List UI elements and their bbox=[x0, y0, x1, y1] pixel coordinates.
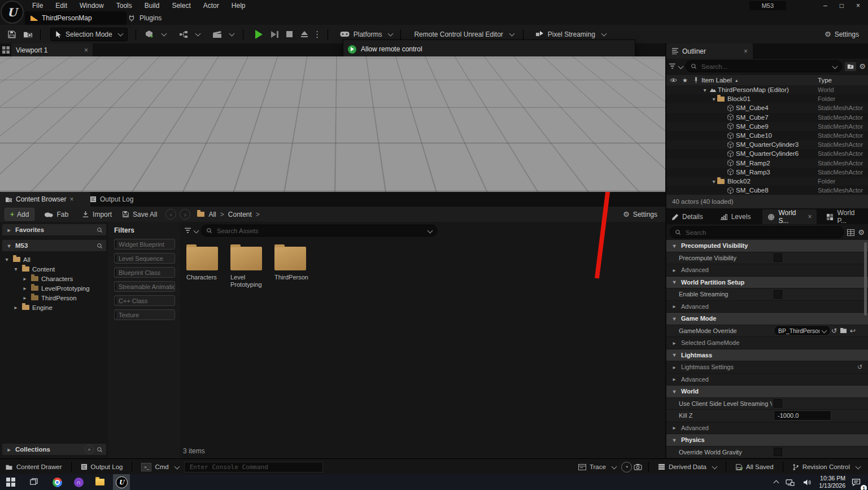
action-center-icon[interactable]: 1 bbox=[848, 474, 865, 490]
close-icon[interactable]: × bbox=[744, 47, 748, 55]
cinematics-icon[interactable] bbox=[208, 30, 227, 38]
task-view-button[interactable] bbox=[25, 474, 42, 490]
network-icon[interactable] bbox=[782, 474, 799, 490]
world-settings-search-input[interactable] bbox=[684, 229, 839, 237]
reset-icon[interactable]: ↩ bbox=[850, 327, 856, 335]
property-row[interactable]: Override World Gravity bbox=[666, 447, 868, 459]
tab-plugins[interactable]: Plugins bbox=[128, 11, 162, 25]
maximize-button[interactable]: □ bbox=[834, 0, 850, 11]
insights-icon[interactable]: ◔ bbox=[621, 462, 632, 473]
tab-levels[interactable]: Levels bbox=[715, 209, 756, 224]
filter-widget-blueprint[interactable]: Widget Blueprint bbox=[114, 239, 175, 250]
start-button[interactable] bbox=[2, 474, 19, 490]
chevron-down-icon[interactable] bbox=[428, 228, 433, 234]
close-icon[interactable]: × bbox=[808, 213, 812, 221]
filter-icon[interactable] bbox=[184, 228, 191, 234]
asset-folder-thirdperson[interactable]: ThirdPerson bbox=[274, 247, 311, 281]
static-mesh-platform[interactable] bbox=[472, 126, 566, 175]
allow-remote-control-item[interactable]: Allow remote control bbox=[348, 42, 635, 56]
file-explorer-icon[interactable] bbox=[91, 474, 108, 490]
chevron-down-icon[interactable] bbox=[229, 31, 234, 37]
outliner-row[interactable]: SM_Cube9 StaticMeshActor bbox=[666, 122, 868, 131]
caret-right-icon[interactable]: ▸ bbox=[6, 227, 12, 233]
collections-header[interactable]: ▸ Collections + bbox=[2, 444, 106, 455]
screenshot-icon[interactable] bbox=[632, 463, 644, 470]
platforms-dropdown[interactable]: Platforms bbox=[340, 30, 393, 38]
checkbox-unchecked[interactable] bbox=[774, 253, 782, 262]
tab-outliner[interactable]: Outliner × bbox=[666, 43, 753, 59]
static-mesh-block[interactable] bbox=[142, 71, 182, 84]
caret-right-icon[interactable]: ▸ bbox=[671, 376, 678, 382]
asset-folder-characters[interactable]: Characters bbox=[186, 247, 223, 281]
outliner-search[interactable] bbox=[686, 60, 842, 72]
save-icon[interactable] bbox=[5, 30, 19, 39]
caret-right-icon[interactable]: ▸ bbox=[671, 364, 678, 370]
category-row[interactable]: ▾Game Mode bbox=[666, 313, 868, 325]
output-log-button[interactable]: Output Log bbox=[76, 463, 128, 470]
outliner-search-input[interactable] bbox=[700, 63, 830, 71]
tree-item-engine[interactable]: ▸Engine bbox=[0, 303, 108, 312]
collapsed-row[interactable]: ▸Lightmass Settings↺ bbox=[666, 361, 868, 374]
all-saved-button[interactable]: All Saved bbox=[730, 463, 779, 471]
content-drawer-icon[interactable] bbox=[19, 30, 36, 38]
stream-url-field[interactable]: https://remoteue.eagle3dstreaming.com/re… bbox=[348, 72, 608, 85]
maximize-viewport-icon[interactable] bbox=[647, 59, 661, 73]
tab-details[interactable]: Details bbox=[666, 209, 708, 224]
tab-content-browser[interactable]: Content Browser × bbox=[0, 192, 90, 207]
advanced-row[interactable]: ▸Advanced bbox=[666, 264, 868, 277]
menu-actor[interactable]: Actor bbox=[197, 0, 225, 11]
content-drawer-button[interactable]: Content Drawer bbox=[0, 463, 67, 470]
tree-item-all[interactable]: ▾All bbox=[0, 255, 108, 264]
use-selected-icon[interactable]: ↺ bbox=[831, 327, 837, 335]
stop-button[interactable] bbox=[282, 31, 297, 37]
caret-down-icon[interactable]: ▾ bbox=[701, 87, 708, 93]
caret-down-icon[interactable]: ▾ bbox=[710, 178, 717, 185]
trace-dropdown[interactable]: Trace bbox=[573, 463, 621, 470]
search-icon[interactable] bbox=[97, 227, 103, 233]
property-row[interactable]: Enable Streaming bbox=[666, 288, 868, 301]
menu-help[interactable]: Help bbox=[225, 0, 252, 11]
caret-right-icon[interactable]: ▸ bbox=[671, 303, 678, 309]
collapsed-row[interactable]: ▸Selected GameMode bbox=[666, 337, 868, 349]
chevron-down-icon[interactable] bbox=[195, 31, 200, 37]
add-actor-icon[interactable]: + bbox=[140, 30, 159, 39]
tree-item-levelprototyping[interactable]: ▸LevelPrototyping bbox=[0, 283, 108, 293]
layout-icon[interactable] bbox=[2, 46, 10, 54]
property-row[interactable]: Use Client Side Level Streaming Vol... bbox=[666, 398, 868, 410]
property-row[interactable]: Precompute Visibility bbox=[666, 252, 868, 265]
caret-down-icon[interactable]: ▾ bbox=[3, 256, 10, 262]
close-icon[interactable]: × bbox=[84, 46, 88, 54]
filter-level-sequence[interactable]: Level Sequence bbox=[114, 253, 175, 264]
caret-right-icon[interactable]: ▸ bbox=[6, 447, 12, 453]
tree-item-thirdperson[interactable]: ▸ThirdPerson bbox=[0, 293, 108, 303]
caret-down-icon[interactable]: ▾ bbox=[12, 266, 19, 272]
outliner-column-header[interactable]: ★ Item Label ▲ Type bbox=[666, 75, 868, 86]
search-icon[interactable] bbox=[97, 243, 103, 249]
import-button[interactable]: Import bbox=[77, 211, 117, 218]
outliner-row[interactable]: SM_Cube10 StaticMeshActor bbox=[666, 131, 868, 140]
save-all-button[interactable]: Save All bbox=[117, 211, 162, 218]
chrome-icon[interactable] bbox=[49, 474, 66, 490]
chevron-down-icon[interactable] bbox=[194, 228, 199, 234]
caret-down-icon[interactable]: ▾ bbox=[6, 243, 12, 249]
unreal-taskbar-icon[interactable]: U bbox=[113, 474, 130, 490]
minimize-button[interactable]: – bbox=[817, 0, 834, 11]
menu-window[interactable]: Window bbox=[73, 0, 110, 11]
outliner-row[interactable]: SM_QuarterCylinder3 StaticMeshActor bbox=[666, 140, 868, 149]
play-options-icon[interactable]: ⋮ bbox=[312, 30, 323, 38]
assets-search-input[interactable] bbox=[216, 227, 425, 235]
perspective-dropdown[interactable]: Perspective bbox=[19, 59, 75, 72]
category-row[interactable]: ▾World Partition Setup bbox=[666, 277, 868, 289]
blueprints-icon[interactable] bbox=[174, 30, 193, 38]
cmd-dropdown[interactable]: >_ Cmd bbox=[136, 463, 184, 471]
caret-down-icon[interactable]: ▾ bbox=[671, 388, 678, 395]
close-button[interactable]: × bbox=[850, 0, 868, 11]
tree-item-characters[interactable]: ▸Characters bbox=[0, 274, 108, 283]
advanced-row[interactable]: ▸Advanced bbox=[666, 422, 868, 435]
outliner-row[interactable]: SM_Ramp3 StaticMeshActor bbox=[666, 168, 868, 177]
play-button[interactable] bbox=[251, 30, 268, 39]
category-row[interactable]: ▾Physics bbox=[666, 434, 868, 447]
world-settings-search[interactable] bbox=[670, 226, 844, 238]
settings-button[interactable]: ⚙ Settings bbox=[825, 30, 868, 38]
tree-item-content[interactable]: ▾Content bbox=[0, 264, 108, 274]
